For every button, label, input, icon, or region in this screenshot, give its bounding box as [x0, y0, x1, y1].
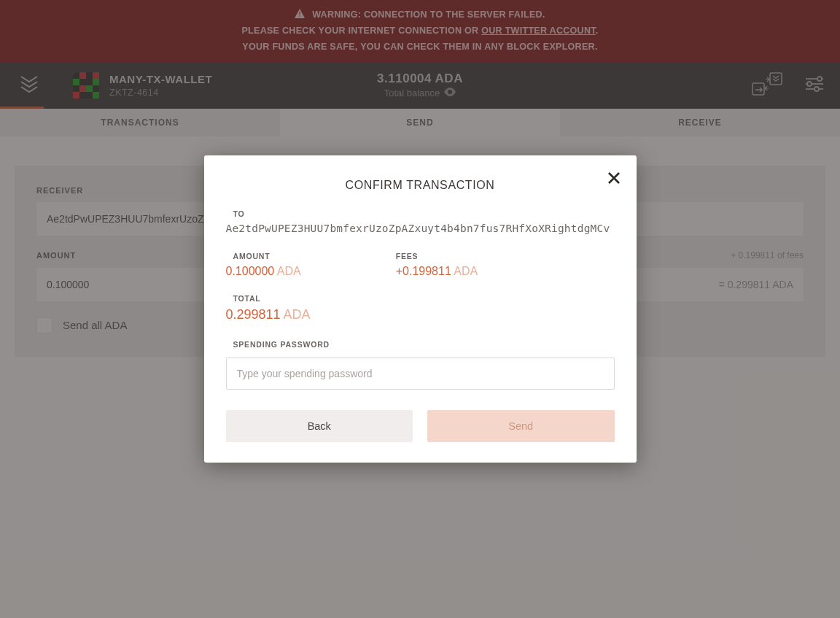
- send-button[interactable]: Send: [427, 410, 615, 442]
- modal-fees-value: +0.199811 ADA: [396, 265, 478, 278]
- modal-overlay: CONFIRM TRANSACTION TO Ae2tdPwUPEZ3HUU7b…: [0, 0, 840, 618]
- back-button[interactable]: Back: [226, 410, 413, 442]
- to-label: TO: [233, 209, 615, 218]
- spending-password-input[interactable]: [226, 358, 615, 390]
- modal-fees-label: FEES: [396, 252, 478, 260]
- confirm-transaction-modal: CONFIRM TRANSACTION TO Ae2tdPwUPEZ3HUU7b…: [204, 155, 637, 463]
- modal-amount-value: 0.100000 ADA: [226, 265, 301, 278]
- modal-total-label: TOTAL: [233, 294, 615, 303]
- modal-total-value: 0.299811 ADA: [226, 307, 615, 322]
- modal-title: CONFIRM TRANSACTION: [226, 179, 615, 192]
- to-address: Ae2tdPwUPEZ3HUU7bmfexrUzoZpAZxuyt4b4bn7f…: [226, 223, 615, 234]
- close-icon[interactable]: [607, 171, 621, 188]
- password-label: SPENDING PASSWORD: [233, 340, 615, 349]
- modal-amount-label: AMOUNT: [233, 252, 301, 260]
